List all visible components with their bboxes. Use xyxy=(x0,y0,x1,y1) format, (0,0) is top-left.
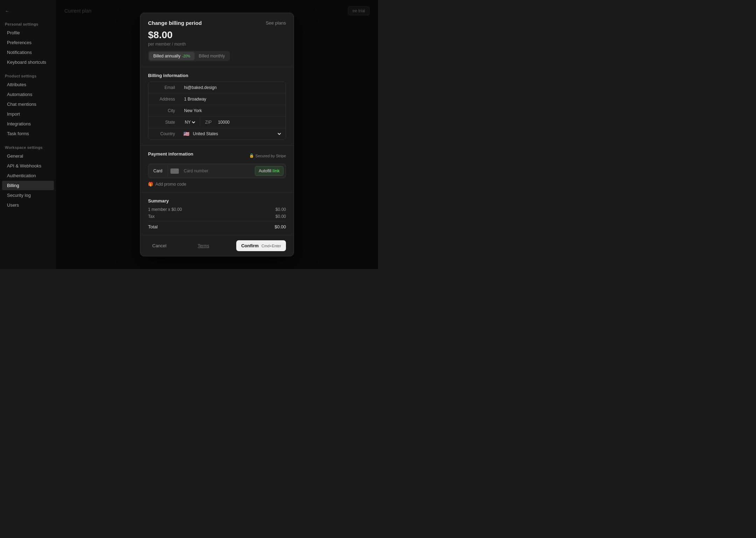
see-plans-link[interactable]: See plans xyxy=(266,20,286,26)
confirm-shortcut: Cmd+Enter xyxy=(261,244,281,248)
country-row: Country 🇺🇸 United States United Kingdom … xyxy=(148,128,286,139)
personal-settings-section-label: Personal settings xyxy=(0,19,56,28)
promo-label: Add promo code xyxy=(155,182,186,187)
promo-gift-icon: 🎁 xyxy=(148,182,153,187)
sidebar-item-import[interactable]: Import xyxy=(2,109,54,119)
address-input[interactable] xyxy=(180,94,286,105)
secured-label: Secured by Stripe xyxy=(255,154,286,158)
back-arrow-icon: ← xyxy=(5,8,9,14)
state-select[interactable]: NY CA TX xyxy=(183,119,196,125)
city-row: City xyxy=(148,105,286,117)
country-label: Country xyxy=(148,128,180,139)
billing-monthly-label: Billed monthly xyxy=(199,54,225,58)
sidebar: ← Personal settings Profile Preferences … xyxy=(0,0,56,269)
billing-info-title: Billing information xyxy=(148,73,286,78)
city-label: City xyxy=(148,105,180,116)
billing-annual-option[interactable]: Billed annually -20% xyxy=(149,52,195,60)
country-select-wrap: 🇺🇸 United States United Kingdom Canada xyxy=(180,128,286,139)
state-select-wrap: NY CA TX xyxy=(180,117,200,127)
card-number-input[interactable] xyxy=(182,165,253,177)
sidebar-item-notifications[interactable]: Notifications xyxy=(2,48,54,57)
sidebar-item-preferences[interactable]: Preferences xyxy=(2,38,54,47)
cancel-button[interactable]: Cancel xyxy=(148,240,170,251)
summary-members-label: 1 member x $0.00 xyxy=(148,207,182,212)
address-label: Address xyxy=(148,94,180,105)
autofill-button[interactable]: Autofill link xyxy=(255,166,284,176)
summary-members-row: 1 member x $0.00 $0.00 xyxy=(148,207,286,212)
card-icon-wrap xyxy=(168,166,182,177)
workspace-settings-section-label: Workspace settings xyxy=(0,142,56,151)
modal-price-section: Change billing period See plans $8.00 pe… xyxy=(140,13,294,67)
billing-annual-label: Billed annually xyxy=(153,54,180,58)
summary-members-value: $0.00 xyxy=(275,207,286,212)
sidebar-item-task-forms[interactable]: Task forms xyxy=(2,129,54,138)
zip-input[interactable] xyxy=(215,117,239,128)
billing-monthly-option[interactable]: Billed monthly xyxy=(195,52,229,60)
sidebar-item-security-log[interactable]: Security log xyxy=(2,191,54,200)
summary-tax-row: Tax $0.00 xyxy=(148,214,286,219)
email-label: Email xyxy=(148,82,180,93)
card-input-row: Card Autofill link xyxy=(148,164,286,178)
payment-info-section: Payment information 🔒 Secured by Stripe … xyxy=(140,146,294,193)
sidebar-item-attributes[interactable]: Attributes xyxy=(2,80,54,89)
modal-title: Change billing period xyxy=(148,20,202,26)
flag-icon: 🇺🇸 xyxy=(183,131,189,137)
summary-total-label: Total xyxy=(148,224,158,229)
back-button[interactable]: ← xyxy=(0,6,56,19)
change-billing-modal: Change billing period See plans $8.00 pe… xyxy=(140,13,294,256)
sidebar-item-integrations[interactable]: Integrations xyxy=(2,119,54,129)
card-tab-label[interactable]: Card xyxy=(148,165,168,177)
state-label: State xyxy=(148,117,180,128)
email-input[interactable] xyxy=(180,82,286,93)
sidebar-item-automations[interactable]: Automations xyxy=(2,90,54,99)
payment-header: Payment information 🔒 Secured by Stripe xyxy=(148,151,286,160)
sidebar-item-keyboard-shortcuts[interactable]: Keyboard shortcuts xyxy=(2,57,54,67)
sidebar-item-profile[interactable]: Profile xyxy=(2,28,54,37)
state-zip-row: State NY CA TX ZIP xyxy=(148,117,286,128)
confirm-button[interactable]: Confirm Cmd+Enter xyxy=(236,240,286,251)
add-promo-row[interactable]: 🎁 Add promo code xyxy=(148,182,286,187)
product-settings-section-label: Product settings xyxy=(0,70,56,80)
billing-info-section: Billing information Email Address City S… xyxy=(140,67,294,146)
zip-label: ZIP xyxy=(200,117,215,128)
terms-link[interactable]: Terms xyxy=(198,243,209,248)
billing-period-toggle: Billed annually -20% Billed monthly xyxy=(148,51,230,61)
autofill-link-label: link xyxy=(272,168,280,173)
summary-title: Summary xyxy=(148,198,286,204)
summary-tax-value: $0.00 xyxy=(275,214,286,219)
summary-section: Summary 1 member x $0.00 $0.00 Tax $0.00… xyxy=(140,193,294,235)
sidebar-item-general[interactable]: General xyxy=(2,151,54,161)
billing-annual-badge: -20% xyxy=(182,54,190,58)
price-display: $8.00 xyxy=(148,29,286,41)
sidebar-item-authentication[interactable]: Authentication xyxy=(2,171,54,180)
confirm-label: Confirm xyxy=(241,243,259,248)
summary-total-row: Total $0.00 xyxy=(148,221,286,229)
city-input[interactable] xyxy=(180,105,286,116)
card-brand-icon xyxy=(170,168,179,174)
modal-header: Change billing period See plans xyxy=(148,20,286,26)
price-subtitle: per member / month xyxy=(148,42,286,47)
payment-info-title: Payment information xyxy=(148,151,193,157)
lock-icon: 🔒 xyxy=(249,153,254,158)
address-row: Address xyxy=(148,94,286,105)
modal-footer: Cancel Terms Confirm Cmd+Enter xyxy=(140,235,294,256)
modal-overlay: Change billing period See plans $8.00 pe… xyxy=(56,0,378,269)
sidebar-item-billing[interactable]: Billing xyxy=(2,181,54,190)
summary-total-value: $0.00 xyxy=(274,224,286,229)
email-row: Email xyxy=(148,82,286,94)
sidebar-item-api-webhooks[interactable]: API & Webhooks xyxy=(2,161,54,171)
country-select[interactable]: United States United Kingdom Canada xyxy=(191,131,282,137)
sidebar-item-users[interactable]: Users xyxy=(2,200,54,210)
sidebar-item-chat-mentions[interactable]: Chat mentions xyxy=(2,99,54,109)
billing-info-table: Email Address City State NY CA xyxy=(148,82,286,140)
secured-badge: 🔒 Secured by Stripe xyxy=(249,153,286,158)
summary-tax-label: Tax xyxy=(148,214,155,219)
autofill-label: Autofill xyxy=(259,168,271,173)
